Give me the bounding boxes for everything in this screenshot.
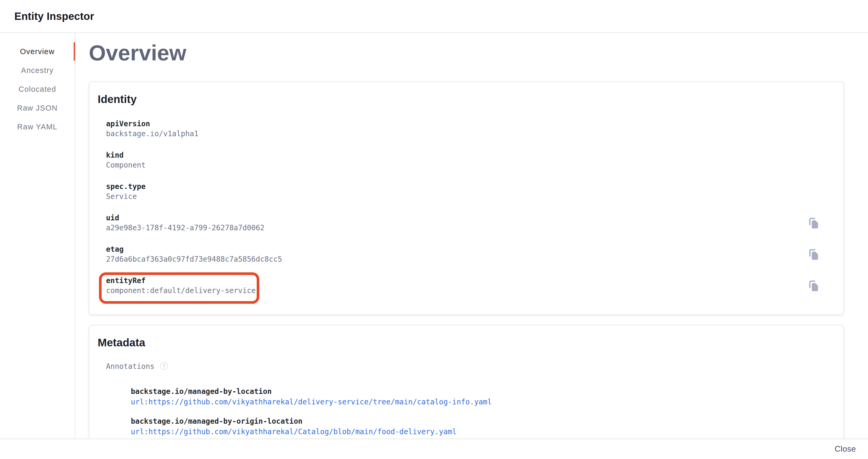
field-kind-value: Component [106,160,146,170]
dialog-body: Overview Ancestry Colocated Raw JSON Raw… [0,33,868,439]
tab-colocated[interactable]: Colocated [0,80,75,98]
tab-raw-yaml[interactable]: Raw YAML [0,117,75,136]
annotation-link[interactable]: url:https://github.com/vikyathharekal/Ca… [131,427,819,437]
field-entityref-value: component:default/delivery-service [106,286,256,296]
annotations-section: Annotations ? [106,362,819,371]
tab-ancestry-label: Ancestry [21,66,54,75]
help-icon[interactable]: ? [160,362,168,370]
field-etag-value: 27d6a6bcaf363a0c97fd73e9488c7a5856dc8cc5 [106,254,282,264]
field-row-kind: kind Component [106,150,819,170]
copy-etag-button[interactable] [808,248,819,261]
field-kind-label: kind [106,150,146,160]
copy-uid-button[interactable] [808,217,819,229]
field-row-spec-type: spec.type Service [106,182,819,202]
annotation-entry-managed-by-location: backstage.io/managed-by-location url:htt… [131,386,819,407]
identity-fields: apiVersion backstage.io/v1alpha1 kind Co… [106,119,819,296]
dialog-title: Entity Inspector [14,10,94,22]
tab-raw-json[interactable]: Raw JSON [0,98,75,117]
annotations-section-label: Annotations [106,362,154,371]
annotation-link[interactable]: url:https://github.com/vikyathharekal/de… [131,397,819,407]
copy-icon [808,280,819,292]
dialog-header: Entity Inspector [0,0,868,33]
active-tab-indicator [74,42,75,61]
field-spec-type-label: spec.type [106,182,146,192]
copy-entityref-button[interactable] [808,280,819,292]
tab-overview-label: Overview [20,47,55,56]
tab-overview[interactable]: Overview [0,42,75,61]
close-button[interactable]: Close [830,441,861,457]
annotation-entry-managed-by-origin-location: backstage.io/managed-by-origin-location … [131,417,819,437]
identity-card: Identity apiVersion backstage.io/v1alpha… [89,82,844,315]
field-entityref: entityRef component:default/delivery-ser… [106,276,256,296]
field-row-uid: uid a29e98e3-178f-4192-a799-26278a7d0062 [106,213,819,233]
identity-card-title: Identity [98,93,819,105]
entity-inspector-dialog: Entity Inspector Overview Ancestry Coloc… [0,0,868,459]
field-row-etag: etag 27d6a6bcaf363a0c97fd73e9488c7a5856d… [106,245,819,264]
tab-colocated-label: Colocated [19,85,56,93]
tab-raw-yaml-label: Raw YAML [17,123,57,131]
field-uid-label: uid [106,213,265,223]
sidebar-tabs: Overview Ancestry Colocated Raw JSON Raw… [0,33,75,439]
field-apiversion-value: backstage.io/v1alpha1 [106,129,198,139]
annotation-entries: backstage.io/managed-by-location url:htt… [131,386,819,437]
annotation-key: backstage.io/managed-by-origin-location [131,417,819,426]
field-apiversion-label: apiVersion [106,119,198,129]
field-uid: uid a29e98e3-178f-4192-a799-26278a7d0062 [106,213,265,233]
annotation-key: backstage.io/managed-by-location [131,386,819,397]
copy-icon [808,217,819,229]
field-etag-label: etag [106,245,282,254]
metadata-card-title: Metadata [98,337,819,348]
field-row-apiversion: apiVersion backstage.io/v1alpha1 [106,119,819,139]
metadata-card: Metadata Annotations ? backstage.io/mana… [89,325,844,439]
overview-panel: Overview Identity apiVersion backstage.i… [75,33,868,439]
page-title: Overview [89,42,843,64]
field-kind: kind Component [106,150,146,170]
field-row-entityref: entityRef component:default/delivery-ser… [106,276,819,296]
field-etag: etag 27d6a6bcaf363a0c97fd73e9488c7a5856d… [106,245,282,264]
field-entityref-label: entityRef [106,276,256,286]
copy-icon [808,248,819,261]
field-apiversion: apiVersion backstage.io/v1alpha1 [106,119,198,139]
dialog-footer: Close [0,439,868,459]
field-spec-type: spec.type Service [106,182,146,202]
tab-ancestry[interactable]: Ancestry [0,61,75,80]
field-uid-value: a29e98e3-178f-4192-a799-26278a7d0062 [106,223,265,233]
field-spec-type-value: Service [106,192,146,202]
tab-raw-json-label: Raw JSON [17,104,57,112]
